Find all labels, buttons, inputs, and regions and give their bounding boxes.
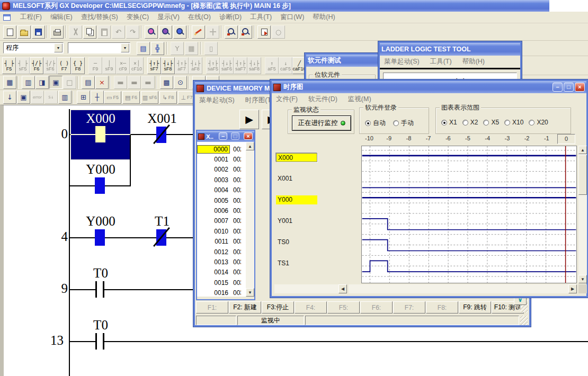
zoom-out-icon[interactable]: [239, 25, 252, 39]
main-menu-7[interactable]: 工具(T): [246, 12, 276, 23]
dm-fkey-2-button[interactable]: F2: 新建: [229, 301, 261, 314]
timing-menu-1[interactable]: 软元件(D): [308, 95, 337, 104]
main-menu-4[interactable]: 显示(V): [153, 12, 184, 23]
register-自动-radio[interactable]: 自动: [365, 119, 386, 128]
range-X1-radio[interactable]: X1: [441, 119, 457, 126]
scroll-up-icon[interactable]: ▲: [246, 142, 254, 150]
main-menu-0[interactable]: 工程(F): [16, 12, 46, 23]
find-string-icon[interactable]: [173, 25, 186, 39]
device-list-row[interactable]: 0001002: [197, 154, 246, 164]
zoom-in-icon[interactable]: [225, 25, 238, 39]
scroll-up-icon[interactable]: ▲: [578, 146, 587, 154]
signal-label-X001[interactable]: X001: [276, 174, 317, 183]
chart-scrollbar-track[interactable]: [349, 284, 577, 293]
dm-fkey-3-button[interactable]: F3:停止: [262, 301, 294, 314]
all-program-convert-icon[interactable]: ▣: [17, 91, 30, 104]
main-menu-6[interactable]: 诊断(D): [215, 12, 246, 23]
copy-icon[interactable]: [83, 25, 96, 39]
fkey-sF8-button[interactable]: ┤↓├sF8: [161, 57, 175, 74]
range-X20-radio[interactable]: X20: [529, 119, 548, 126]
draw-F6-button[interactable]: ▤F6: [122, 91, 140, 104]
open-contact-bar[interactable]: [95, 281, 97, 298]
mdi-child-icon[interactable]: [3, 14, 11, 21]
combo-dropdown-icon[interactable]: ▼: [121, 43, 129, 52]
device-list-row[interactable]: 0004002: [197, 185, 246, 195]
device-list-row[interactable]: 0015003: [197, 277, 246, 288]
find-instruction-icon[interactable]: [159, 25, 172, 39]
device-comment-edit-icon[interactable]: [192, 25, 205, 39]
block-split-icon[interactable]: ▥: [58, 91, 72, 104]
device-list-row[interactable]: 0003002: [197, 175, 246, 185]
program-type-combo[interactable]: 程序 ▼: [3, 42, 64, 53]
main-menu-8[interactable]: 窗口(W): [276, 12, 308, 23]
ladder-cursor-cell[interactable]: X000: [70, 110, 131, 160]
signal-label-TS1[interactable]: TS1: [276, 259, 317, 268]
device-list-row[interactable]: 0005002: [197, 195, 246, 205]
main-menu-9[interactable]: 帮助(H): [308, 12, 339, 23]
register-手动-radio[interactable]: 手动: [393, 119, 414, 128]
monitor-status-button[interactable]: 正在进行监控: [292, 115, 351, 131]
device-search-combo[interactable]: ▼: [68, 42, 130, 53]
device-list-row[interactable]: 0012003: [197, 247, 246, 257]
device-memory-icon[interactable]: ▩: [160, 76, 173, 89]
device-test-title-bar[interactable]: 软元件测试: [306, 55, 378, 67]
draw-sF6-button[interactable]: ▥sF6: [141, 91, 158, 104]
device-list-row[interactable]: 0007002: [197, 216, 246, 226]
dm-fkey-9-button[interactable]: F9: 跳转: [459, 301, 491, 314]
device-list-row[interactable]: 0000002: [197, 144, 246, 154]
monitor-stop-icon[interactable]: ×: [95, 76, 109, 89]
range-X5-radio[interactable]: X5: [483, 119, 499, 126]
fkey-F5-button[interactable]: ┤ ├F5: [2, 57, 16, 74]
read-mode-icon[interactable]: ▤: [82, 76, 95, 89]
resize-grip[interactable]: [520, 316, 528, 325]
main-menu-5[interactable]: 在线(O): [184, 12, 215, 23]
open-contact-bar[interactable]: [103, 281, 104, 298]
combo-dropdown-icon[interactable]: ▼: [54, 43, 63, 52]
comment-view-icon[interactable]: ◨: [35, 76, 49, 89]
timing-menu-0[interactable]: 文件(F): [276, 95, 298, 104]
device-list-row[interactable]: 0016003: [197, 288, 246, 297]
scroll-down-icon[interactable]: ▼: [578, 275, 587, 283]
device-list-row[interactable]: 0013003: [197, 257, 246, 267]
new-file-icon[interactable]: [3, 25, 16, 39]
fkey-sF7-button[interactable]: ┤↑├sF7: [147, 57, 161, 74]
scrollbar-thumb[interactable]: [578, 155, 587, 195]
scroll-right-icon[interactable]: ▶: [568, 284, 577, 293]
range-X2-radio[interactable]: X2: [462, 119, 478, 126]
main-title-bar[interactable]: MELSOFT系列 GX Developer C:\MELSEC\GPPW\mn…: [0, 0, 588, 12]
timing-menu-2[interactable]: 监视(M): [348, 95, 371, 104]
device-list-row[interactable]: 0002002: [197, 165, 246, 175]
testtool-menu-2[interactable]: 帮助(H): [462, 57, 485, 66]
open-contact-bar[interactable]: [103, 333, 104, 350]
device-list-row[interactable]: 0006002: [197, 205, 246, 216]
signal-label-X000[interactable]: X000: [276, 153, 317, 162]
array-grid-icon[interactable]: ⊞: [77, 91, 90, 104]
draw-F5-button[interactable]: ▭F5: [104, 91, 121, 104]
testtool-menu-0[interactable]: 菜单起动(S): [384, 57, 420, 66]
wire-branch-icon[interactable]: ┼: [91, 91, 104, 104]
ladder-block-convert-icon[interactable]: ↓: [3, 91, 16, 104]
open-project-icon[interactable]: [17, 25, 31, 39]
project-transfer-icon[interactable]: [257, 25, 271, 39]
minimize-button[interactable]: –: [553, 83, 563, 92]
dm-menu-1[interactable]: 时序图(T): [245, 96, 273, 105]
close-button[interactable]: ×: [575, 83, 585, 92]
net-cross-reference-icon[interactable]: ╬: [151, 42, 164, 55]
print-icon[interactable]: [50, 25, 64, 39]
minimize-button[interactable]: –: [219, 132, 227, 140]
device-list-row[interactable]: 0014003: [197, 267, 246, 277]
dm-menu-0[interactable]: 菜单起动(S): [199, 96, 235, 105]
signal-label-TS0[interactable]: TS0: [276, 238, 317, 247]
device-list-row[interactable]: 0010003: [197, 226, 246, 236]
fkey-F6-button[interactable]: ┤/├F6: [30, 57, 43, 74]
open-contact-bar[interactable]: [95, 333, 97, 350]
contact-x000[interactable]: [95, 126, 105, 142]
instruction-list-view-icon[interactable]: ▥: [22, 76, 35, 89]
main-menu-2[interactable]: 查找/替换(S): [77, 12, 122, 23]
comment-display-icon[interactable]: ▤: [137, 42, 150, 55]
fkey-F7-button[interactable]: ( )F7: [57, 57, 71, 74]
device-list[interactable]: ▲ ▼ 000000200010020002002000300200040020…: [197, 142, 254, 297]
contact-y000-branch[interactable]: [95, 177, 105, 194]
ladder-view-icon[interactable]: ▦: [3, 76, 16, 89]
scroll-down-icon[interactable]: ▼: [246, 288, 254, 297]
